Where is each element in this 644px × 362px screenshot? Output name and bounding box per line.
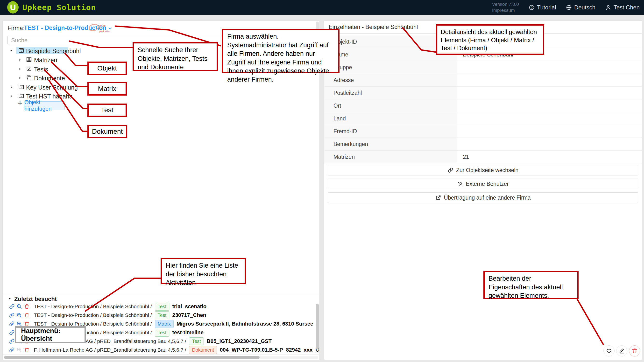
trash-icon[interactable] <box>24 304 30 309</box>
tutorial-button[interactable]: Tutorial <box>528 4 556 11</box>
list-item[interactable]: TEST - Design-to-Production / Beispiele … <box>3 311 319 320</box>
recent-name[interactable]: 230717_Chen <box>172 312 206 318</box>
version-text: Version 7.0.0 <box>492 1 519 7</box>
recent-name[interactable]: test-timeline <box>172 330 204 336</box>
chevron-down-icon[interactable] <box>107 26 113 31</box>
field-label: Land <box>324 112 456 125</box>
recent-path: F. Hoffmann-La Roche AG / pRED_Brandfall… <box>34 347 186 353</box>
type-badge: Matrix <box>155 320 174 328</box>
tree-expand-caret[interactable] <box>10 94 13 98</box>
tree-expand-caret[interactable] <box>10 49 13 53</box>
type-badge: Test <box>155 311 170 319</box>
annotation-matrix: Matrix <box>88 82 127 96</box>
type-badge: Test <box>155 329 170 337</box>
recent-path: TEST - Design-to-Production / Beispiele … <box>34 312 152 318</box>
link-icon[interactable] <box>9 312 15 318</box>
globe-icon <box>566 4 572 11</box>
field-label: Bemerkungen <box>324 138 456 150</box>
type-badge: Test <box>189 337 204 345</box>
annotation-objekt: Objekt <box>88 61 127 75</box>
tree-item-object-selected[interactable]: Beispiele Schönbühl <box>26 47 81 54</box>
link-icon[interactable] <box>9 304 15 309</box>
field-row: Ort <box>324 99 642 112</box>
favorite-button[interactable] <box>604 345 614 357</box>
field-row: Bemerkungen <box>324 138 642 151</box>
version-block: Version 7.0.0 Impressum <box>492 1 519 13</box>
list-item[interactable]: F. Hoffmann-La Roche AG / pRED_Brandfall… <box>3 346 319 355</box>
recent-section-title[interactable]: Zuletzt besucht <box>14 296 57 302</box>
trash-icon[interactable] <box>24 312 30 318</box>
field-value <box>456 99 642 112</box>
object-icon <box>18 47 24 53</box>
question-icon <box>528 4 535 11</box>
zoom-in-icon[interactable] <box>16 304 22 309</box>
horizontal-scrollbar-thumb[interactable] <box>4 356 260 359</box>
vertical-scrollbar-thumb[interactable] <box>316 304 319 350</box>
field-value <box>456 138 642 150</box>
zoom-in-icon[interactable] <box>16 321 22 327</box>
tree-expand-caret[interactable] <box>10 85 13 89</box>
field-row: Postleitzahl <box>324 87 642 99</box>
field-value <box>456 125 642 138</box>
user-menu[interactable]: Test Chen <box>605 4 640 11</box>
tree-expand-caret[interactable] <box>18 67 22 71</box>
document-icon <box>26 74 32 81</box>
field-row: Adresse <box>324 74 642 87</box>
field-row: Land <box>324 112 642 125</box>
trash-icon[interactable] <box>24 321 30 327</box>
link-icon[interactable] <box>9 330 15 336</box>
zoom-in-icon[interactable] <box>16 312 22 318</box>
tree-item-company[interactable]: Key User Schulung <box>26 84 78 91</box>
field-value <box>456 74 642 86</box>
collapse-caret-icon[interactable] <box>8 297 11 301</box>
trash-icon <box>632 348 638 354</box>
type-badge: Dokument <box>189 346 217 354</box>
recent-name[interactable]: B05_IGT1_20230421_GST <box>207 338 272 344</box>
add-object-button[interactable]: Objekt hinzufügen <box>24 101 65 110</box>
divider <box>3 295 320 295</box>
field-value <box>456 61 642 74</box>
field-value <box>456 87 642 99</box>
recent-name[interactable]: Migros Surseepark II, Bahnhofstrasse 28,… <box>176 321 313 327</box>
detail-panel: Einzelheiten - Beispiele Schönbühl Objek… <box>324 20 642 360</box>
field-label: Matrizen <box>324 151 456 163</box>
annotation-dokument: Dokument <box>88 125 127 138</box>
delete-button[interactable] <box>629 345 640 357</box>
tree-item-matrizen[interactable]: Matrizen <box>34 57 57 64</box>
matrix-icon <box>26 56 32 63</box>
tree-item-company[interactable]: Test HST hahaha <box>26 93 73 100</box>
field-value <box>456 112 642 125</box>
test-icon <box>26 66 32 72</box>
language-selector[interactable]: Deutsch <box>566 4 596 11</box>
goto-object-page-button[interactable]: Zur Objektseite wechseln <box>328 165 638 175</box>
annotation-edit-properties: Bearbeiten der Eigenschaften des aktuell… <box>484 271 578 299</box>
logo-letter: U <box>10 3 16 12</box>
transfer-icon <box>435 195 441 201</box>
edit-button[interactable] <box>616 345 627 357</box>
firma-label: Firma: <box>8 25 25 32</box>
list-item[interactable]: TEST - Design-to-Production / Beispiele … <box>3 302 319 311</box>
transfer-company-button[interactable]: Übertragung auf eine andere Firma <box>328 192 638 203</box>
trash-icon[interactable] <box>24 347 30 353</box>
recent-name[interactable]: trial_scenatio <box>172 303 206 310</box>
object-icon <box>18 93 24 99</box>
external-users-button[interactable]: Externe Benutzer <box>328 179 638 189</box>
link-icon[interactable] <box>9 338 15 344</box>
heart-icon <box>606 348 612 354</box>
tree-item-tests[interactable]: Tests <box>34 66 48 73</box>
annotation-firma-select: Firma auswählen. Systemadministrator hat… <box>222 29 340 73</box>
impressum-link[interactable]: Impressum <box>492 7 519 13</box>
link-icon[interactable] <box>9 347 15 353</box>
recent-name[interactable]: 004_WP-TG-T09.01.B-5-P_82942_xxx_OG_04_B… <box>220 347 319 353</box>
tree-expand-caret[interactable] <box>18 58 22 62</box>
svg-text:to: to <box>99 27 101 30</box>
tree-item-dokumente[interactable]: Dokumente <box>34 75 65 82</box>
app-logo: U <box>7 1 18 13</box>
app-root: U Upkeep Solution Version 7.0.0 Impressu… <box>0 0 644 362</box>
external-user-icon <box>457 181 463 187</box>
button-label: Externe Benutzer <box>466 181 509 187</box>
recent-path: TEST - Design-to-Production / Beispiele … <box>34 321 152 327</box>
tree-expand-caret[interactable] <box>18 76 22 80</box>
link-icon[interactable] <box>9 321 15 327</box>
annotation-recent-list: Hier finden Sie eine Liste der bisher be… <box>160 258 246 284</box>
